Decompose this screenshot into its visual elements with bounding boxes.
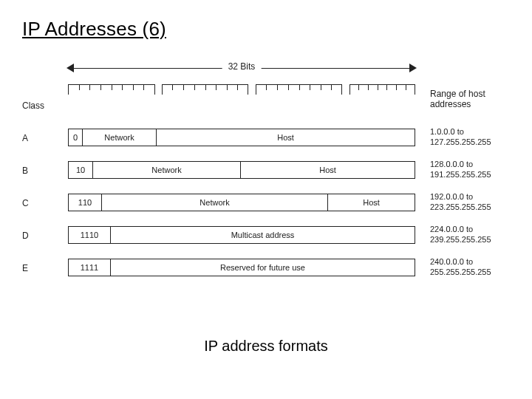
ruler-tick — [386, 84, 387, 90]
range-header-line2: addresses — [430, 99, 471, 109]
class-b-bar: 10 Network Host — [68, 161, 415, 179]
class-a-range: 1.0.0.0 to 127.255.255.255 — [430, 127, 491, 148]
class-c-bar: 110 Network Host — [68, 194, 415, 211]
range-to: 127.255.255.255 — [430, 137, 491, 146]
ruler-tick — [100, 84, 101, 90]
prefix-seg: 1110 — [68, 226, 111, 244]
arrow-left-icon — [66, 64, 74, 72]
ruler-tick — [396, 84, 397, 90]
ruler-tick — [183, 84, 184, 90]
ruler-tick — [310, 84, 310, 90]
prefix-seg: 0 — [68, 129, 83, 146]
ruler-tick — [194, 84, 195, 90]
ruler-tick — [299, 84, 300, 90]
range-to: 255.255.255.255 — [430, 267, 491, 276]
ip-format-diagram: 32 Bits Clas — [22, 59, 510, 288]
class-row-b: B 10 Network Host 128.0.0.0 to 191.255.2… — [22, 158, 510, 191]
ruler-tick — [133, 84, 134, 90]
prefix-seg: 1111 — [68, 259, 111, 276]
bits-label: 32 Bits — [222, 61, 262, 72]
ruler-tick — [288, 84, 289, 90]
class-label: B — [22, 166, 37, 176]
ruler-tick — [321, 84, 321, 90]
bits-width-arrow: 32 Bits — [68, 59, 415, 78]
range-to: 191.255.255.255 — [430, 170, 491, 179]
ruler-tick — [172, 84, 173, 90]
ruler-tick — [112, 84, 112, 90]
class-d-range: 224.0.0.0 to 239.255.255.255 — [430, 225, 491, 245]
caption: IP address formats — [204, 338, 327, 355]
class-e-bar: 1111 Reserved for future use — [68, 259, 415, 276]
class-rows: A 0 Network Host 1.0.0.0 to 127.255.255.… — [22, 126, 510, 288]
ruler-tick — [205, 84, 206, 90]
class-label: D — [22, 231, 37, 241]
class-row-d: D 1110 Multicast address 224.0.0.0 to 23… — [22, 223, 510, 256]
ruler-tick — [227, 84, 228, 90]
ruler-tick — [406, 84, 406, 90]
network-seg: Network — [93, 161, 241, 179]
range-to: 223.255.255.255 — [430, 202, 491, 211]
class-a-bar: 0 Network Host — [68, 129, 415, 146]
ruler-tick — [266, 84, 267, 90]
class-d-bar: 1110 Multicast address — [68, 226, 415, 244]
class-row-e: E 1111 Reserved for future use 240.0.0.0… — [22, 256, 510, 288]
page-title: IP Addresses (6) — [22, 18, 166, 41]
class-e-range: 240.0.0.0 to 255.255.255.255 — [430, 257, 491, 278]
range-to: 239.255.255.255 — [430, 235, 491, 244]
ruler-tick — [358, 84, 359, 90]
range-from: 1.0.0.0 to — [430, 127, 464, 136]
range-from: 192.0.0.0 to — [430, 192, 473, 201]
ruler-tick — [378, 84, 378, 90]
ruler-tick — [79, 84, 80, 90]
class-label: E — [22, 263, 37, 273]
ruler-tick — [277, 84, 278, 90]
range-from: 128.0.0.0 to — [430, 160, 473, 168]
range-from: 224.0.0.0 to — [430, 225, 473, 233]
host-seg: Host — [328, 194, 415, 211]
class-row-a: A 0 Network Host 1.0.0.0 to 127.255.255.… — [22, 126, 510, 158]
class-label: A — [22, 133, 37, 143]
range-from: 240.0.0.0 to — [430, 257, 473, 266]
class-label: C — [22, 198, 37, 208]
class-column-header: Class — [22, 100, 44, 111]
multicast-seg: Multicast address — [111, 226, 415, 244]
ruler-tick — [89, 84, 90, 90]
bit-ruler — [68, 81, 415, 95]
ruler-tick — [122, 84, 123, 90]
range-header-line1: Range of host — [430, 89, 485, 99]
range-column-header: Range of host addresses — [430, 89, 485, 110]
host-seg: Host — [157, 129, 415, 146]
reserved-seg: Reserved for future use — [111, 259, 415, 276]
ruler-tick — [331, 84, 332, 90]
ruler-tick — [237, 84, 238, 90]
ruler-tick — [216, 84, 216, 90]
class-row-c: C 110 Network Host 192.0.0.0 to 223.255.… — [22, 191, 510, 223]
host-seg: Host — [241, 161, 415, 179]
arrow-right-icon — [409, 64, 417, 72]
ruler-tick — [368, 84, 369, 90]
prefix-seg: 10 — [68, 161, 93, 179]
ruler-tick — [143, 84, 144, 90]
prefix-seg: 110 — [68, 194, 102, 211]
network-seg: Network — [102, 194, 328, 211]
class-c-range: 192.0.0.0 to 223.255.255.255 — [430, 192, 491, 213]
class-b-range: 128.0.0.0 to 191.255.255.255 — [430, 160, 491, 180]
network-seg: Network — [83, 129, 157, 146]
